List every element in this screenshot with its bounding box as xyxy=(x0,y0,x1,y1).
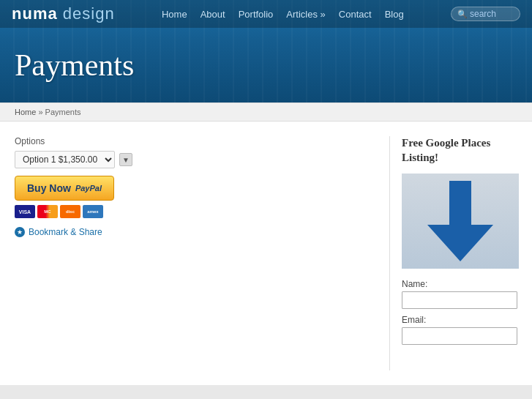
payment-icons: VISA MC disc amex xyxy=(15,205,360,218)
breadcrumb-separator: » xyxy=(38,108,45,116)
right-sidebar: Free Google Places Listing! Name: Email: xyxy=(389,136,517,370)
options-label: Options xyxy=(15,136,360,146)
amex-icon: amex xyxy=(83,205,103,218)
svg-marker-1 xyxy=(427,225,493,261)
search-icon: 🔍 xyxy=(457,10,468,19)
buy-now-label: Buy Now xyxy=(27,182,71,194)
logo-numa: numa xyxy=(12,4,58,23)
nav-about[interactable]: About xyxy=(201,9,225,20)
page-title-area: Payments xyxy=(0,28,532,102)
mastercard-icon: MC xyxy=(37,205,58,218)
svg-rect-0 xyxy=(449,181,471,228)
nav-contact[interactable]: Contact xyxy=(339,9,372,20)
name-input[interactable] xyxy=(402,291,517,309)
search-input[interactable] xyxy=(470,9,514,19)
search-box[interactable]: 🔍 xyxy=(451,7,520,21)
breadcrumb: Home » Payments xyxy=(0,102,532,122)
email-label: Email: xyxy=(402,315,517,325)
option-select[interactable]: Option 1 $1,350.00 xyxy=(15,151,115,168)
top-nav: numa design Home About Portfolio Article… xyxy=(0,0,532,28)
visa-icon: VISA xyxy=(15,205,35,218)
buy-now-button[interactable]: Buy Now PayPal xyxy=(15,176,114,201)
main-content: Options Option 1 $1,350.00 ▼ Buy Now Pay… xyxy=(0,122,532,385)
email-input[interactable] xyxy=(402,327,517,345)
nav-articles[interactable]: Articles » xyxy=(286,9,325,20)
bookmark-share[interactable]: ★ Bookmark & Share xyxy=(15,227,360,237)
page-title: Payments xyxy=(15,48,134,83)
name-label: Name: xyxy=(402,279,517,289)
nav-links: Home About Portfolio Articles » Contact … xyxy=(162,9,404,20)
arrow-graphic xyxy=(402,174,519,269)
sidebar-title: Free Google Places Listing! xyxy=(402,136,517,165)
option-arrow-button[interactable]: ▼ xyxy=(119,153,132,166)
option-select-row: Option 1 $1,350.00 ▼ xyxy=(15,151,360,168)
breadcrumb-home[interactable]: Home xyxy=(15,108,36,116)
buy-now-inner: Buy Now PayPal xyxy=(27,182,102,194)
bookmark-label: Bookmark & Share xyxy=(29,227,102,237)
discover-icon: disc xyxy=(60,205,80,218)
down-arrow-icon xyxy=(427,181,493,261)
nav-portfolio[interactable]: Portfolio xyxy=(239,9,274,20)
breadcrumb-current: Payments xyxy=(45,108,81,116)
nav-blog[interactable]: Blog xyxy=(385,9,404,20)
logo-design: design xyxy=(63,4,115,23)
paypal-label: PayPal xyxy=(75,184,102,193)
site-logo[interactable]: numa design xyxy=(12,4,115,23)
header: numa design Home About Portfolio Article… xyxy=(0,0,532,102)
bookmark-icon: ★ xyxy=(15,227,25,237)
nav-home[interactable]: Home xyxy=(162,9,187,20)
left-column: Options Option 1 $1,350.00 ▼ Buy Now Pay… xyxy=(15,136,375,370)
